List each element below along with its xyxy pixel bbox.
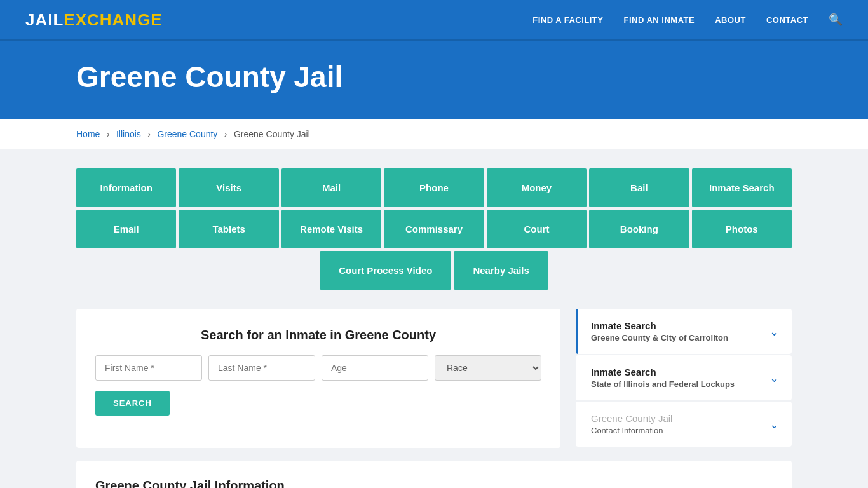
sidebar-item-3[interactable]: Greene County Jail Contact Information ⌄	[576, 402, 792, 447]
nav-btn-email[interactable]: Email	[76, 210, 176, 248]
hero-section: Greene County Jail	[0, 41, 868, 119]
nav-btn-row-3: Court Process Video Nearby Jails	[76, 251, 792, 290]
nav-btn-mail[interactable]: Mail	[281, 168, 381, 207]
nav-btn-phone[interactable]: Phone	[384, 168, 484, 207]
nav-btn-money[interactable]: Money	[487, 168, 587, 207]
search-submit-button[interactable]: SEARCH	[95, 391, 170, 416]
logo-exchange: EXCHANGE	[64, 10, 162, 30]
nav-btn-photos[interactable]: Photos	[692, 210, 792, 248]
nav-btn-inmate-search[interactable]: Inmate Search	[692, 168, 792, 207]
breadcrumb-county[interactable]: Greene County	[157, 129, 217, 139]
nav-btn-tablets[interactable]: Tablets	[179, 210, 278, 248]
nav-btn-booking[interactable]: Booking	[589, 210, 689, 248]
sidebar-item-2-text: Inmate Search State of Illinois and Fede…	[591, 367, 735, 389]
sidebar-item-3-title: Greene County Jail	[591, 413, 672, 424]
age-input[interactable]	[322, 355, 428, 381]
sidebar-item-3-subtitle: Contact Information	[591, 426, 672, 435]
nav-btn-information[interactable]: Information	[76, 168, 176, 207]
sidebar-item-1-subtitle: Greene County & City of Carrollton	[591, 333, 728, 342]
sidebar: Inmate Search Greene County & City of Ca…	[576, 309, 792, 448]
content-area: Search for an Inmate in Greene County Ra…	[76, 309, 792, 448]
nav-btn-court[interactable]: Court	[487, 210, 587, 248]
first-name-input[interactable]	[95, 355, 202, 381]
chevron-icon-2: ⌄	[770, 371, 779, 385]
search-fields: Race White Black Hispanic Asian Other	[95, 355, 541, 381]
main-content: Information Visits Mail Phone Money Bail…	[0, 149, 868, 488]
breadcrumb-sep-1: ›	[107, 129, 110, 139]
breadcrumb-sep-3: ›	[224, 129, 227, 139]
main-nav: FIND A FACILITY FIND AN INMATE ABOUT CON…	[532, 13, 843, 27]
logo-jail: JAIL	[25, 10, 64, 30]
sidebar-item-3-text: Greene County Jail Contact Information	[591, 413, 672, 435]
chevron-icon-3: ⌄	[770, 417, 779, 431]
breadcrumb-home[interactable]: Home	[76, 129, 100, 139]
nav-find-facility[interactable]: FIND A FACILITY	[532, 15, 603, 25]
sidebar-item-1-title: Inmate Search	[591, 320, 728, 331]
nav-btn-remote-visits[interactable]: Remote Visits	[281, 210, 381, 248]
nav-btn-row-1: Information Visits Mail Phone Money Bail…	[76, 168, 792, 207]
page-title: Greene County Jail	[76, 60, 792, 94]
breadcrumb-sep-2: ›	[147, 129, 151, 139]
nav-contact[interactable]: CONTACT	[766, 15, 808, 25]
sidebar-item-1-text: Inmate Search Greene County & City of Ca…	[591, 320, 728, 342]
nav-btn-nearby-jails[interactable]: Nearby Jails	[454, 251, 548, 290]
info-title: Greene County Jail Information	[95, 478, 773, 488]
sidebar-item-2[interactable]: Inmate Search State of Illinois and Fede…	[576, 355, 792, 400]
nav-btn-commissary[interactable]: Commissary	[384, 210, 484, 248]
sidebar-item-2-subtitle: State of Illinois and Federal Lockups	[591, 379, 735, 389]
nav-btn-row-2: Email Tablets Remote Visits Commissary C…	[76, 210, 792, 248]
nav-btn-visits[interactable]: Visits	[179, 168, 278, 207]
last-name-input[interactable]	[208, 355, 315, 381]
chevron-icon-1: ⌄	[770, 325, 779, 339]
race-select[interactable]: Race White Black Hispanic Asian Other	[435, 355, 541, 381]
search-title: Search for an Inmate in Greene County	[95, 328, 541, 342]
nav-find-inmate[interactable]: FIND AN INMATE	[623, 15, 695, 25]
breadcrumb: Home › Illinois › Greene County › Greene…	[0, 119, 868, 149]
sidebar-item-1-inner[interactable]: Inmate Search Greene County & City of Ca…	[578, 309, 792, 354]
nav-btn-bail[interactable]: Bail	[589, 168, 689, 207]
nav-about[interactable]: ABOUT	[715, 15, 746, 25]
breadcrumb-illinois[interactable]: Illinois	[116, 129, 141, 139]
sidebar-item-2-inner[interactable]: Inmate Search State of Illinois and Fede…	[578, 355, 792, 400]
info-section: Greene County Jail Information	[76, 461, 792, 488]
sidebar-item-1[interactable]: Inmate Search Greene County & City of Ca…	[576, 309, 792, 354]
search-card: Search for an Inmate in Greene County Ra…	[76, 309, 560, 448]
nav-btn-court-process-video[interactable]: Court Process Video	[320, 251, 451, 290]
breadcrumb-current: Greene County Jail	[234, 129, 310, 139]
sidebar-item-2-title: Inmate Search	[591, 367, 735, 377]
header-search-button[interactable]: 🔍	[829, 13, 843, 27]
site-logo[interactable]: JAIL EXCHANGE	[25, 10, 163, 30]
sidebar-item-3-inner[interactable]: Greene County Jail Contact Information ⌄	[578, 402, 792, 447]
